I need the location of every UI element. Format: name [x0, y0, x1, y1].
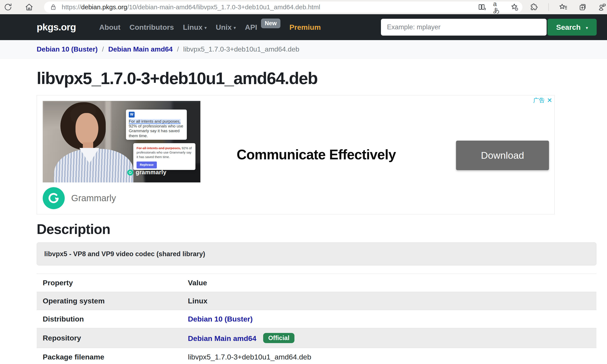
property-value: libvpx5_1.7.0-3+deb10u1_amd64.deb	[182, 348, 596, 364]
download-button[interactable]: Download	[456, 141, 549, 170]
profile-feedback-icon[interactable]	[597, 2, 607, 12]
grammarly-logo-icon	[127, 169, 133, 176]
breadcrumb: Debian 10 (Buster) / Debian Main amd64 /…	[0, 40, 607, 59]
nav-about[interactable]: About	[99, 23, 120, 31]
column-header-value: Value	[182, 274, 596, 292]
column-header-property: Property	[37, 274, 182, 292]
property-value: Linux	[182, 292, 596, 310]
table-header-row: Property Value	[37, 274, 596, 292]
table-row: Operating system Linux	[37, 292, 596, 310]
property-label: Operating system	[37, 292, 182, 310]
nav-linux-dropdown[interactable]: Linux▾	[183, 23, 207, 31]
home-icon[interactable]	[24, 2, 34, 12]
ad-advertiser[interactable]: Grammarly	[43, 187, 116, 209]
read-aloud-icon[interactable]	[477, 2, 487, 12]
url-scheme: https://	[62, 3, 81, 11]
description-box: libvpx5 - VP8 and VP9 video codec (share…	[37, 242, 596, 265]
ad-doc-card: W For all intents and purposes, 92% of p…	[126, 110, 187, 140]
close-icon[interactable]: ✕	[547, 97, 552, 104]
nav-unix-dropdown[interactable]: Unix▾	[216, 23, 236, 31]
search-button[interactable]: Search▾	[547, 19, 597, 36]
search-input[interactable]	[381, 19, 547, 36]
rephrase-button: Rephrase	[137, 161, 157, 169]
site-navbar: pkgs.org About Contributors Linux▾ Unix▾…	[0, 14, 607, 40]
nav-premium[interactable]: Premium	[290, 23, 321, 31]
nav-contributors[interactable]: Contributors	[130, 23, 174, 31]
breadcrumb-distribution[interactable]: Debian 10 (Buster)	[37, 45, 98, 53]
distribution-link[interactable]: Debian 10 (Buster)	[188, 315, 253, 323]
chevron-down-icon: ▾	[234, 24, 236, 30]
ad-strike-text: For all intents and purposes,	[137, 146, 181, 150]
ad-headline: Communicate Effectively	[221, 147, 411, 163]
ad-suggestion-card: For all intents and purposes, 92% of pro…	[133, 143, 196, 170]
reload-icon[interactable]	[3, 2, 13, 12]
properties-table: Property Value Operating system Linux Di…	[37, 274, 596, 364]
grammarly-logo-icon	[43, 187, 65, 209]
description-heading: Description	[37, 221, 596, 237]
chevron-down-icon: ▾	[204, 24, 207, 30]
breadcrumb-repository[interactable]: Debian Main amd64	[108, 45, 173, 53]
search-box: Search▾	[381, 19, 597, 36]
page-title: libvpx5_1.7.0-3+deb10u1_amd64.deb	[37, 69, 596, 88]
collections-icon[interactable]	[578, 2, 588, 12]
property-label: Distribution	[37, 310, 182, 328]
table-row: Package filename libvpx5_1.7.0-3+deb10u1…	[37, 348, 596, 364]
ad-photo[interactable]: W For all intents and purposes, 92% of p…	[43, 101, 200, 182]
table-row: Distribution Debian 10 (Buster)	[37, 310, 596, 328]
extensions-icon[interactable]	[529, 2, 539, 12]
table-row: Repository Debian Main amd64Official	[37, 328, 596, 348]
translate-icon[interactable]: aあ	[493, 2, 503, 12]
toolbar-divider	[548, 3, 549, 11]
property-label: Package filename	[37, 348, 182, 364]
grammarly-wordmark: grammarly	[127, 169, 167, 176]
repository-link[interactable]: Debian Main amd64	[188, 334, 256, 342]
favorites-bar-icon[interactable]	[558, 2, 568, 12]
breadcrumb-separator: /	[177, 45, 179, 53]
lock-icon	[48, 2, 58, 12]
url-text: https://debian.pkgs.org/10/debian-main-a…	[62, 3, 477, 11]
property-label: Repository	[37, 328, 182, 348]
official-badge: Official	[263, 333, 294, 343]
ad-highlight-text: For all intents and purposes,	[129, 119, 181, 124]
breadcrumb-separator: /	[102, 45, 104, 53]
favorite-add-icon[interactable]	[510, 2, 519, 12]
ad-banner[interactable]: 广告 ✕ W For all intents and purposes, 92%…	[37, 95, 554, 214]
new-badge: New	[261, 19, 280, 28]
url-path: /10/debian-main-amd64/libvpx5_1.7.0-3+de…	[127, 3, 320, 11]
site-logo[interactable]: pkgs.org	[37, 22, 76, 33]
chevron-down-icon: ▾	[586, 24, 588, 30]
ad-label[interactable]: 广告	[533, 96, 545, 104]
nav-api[interactable]: API	[245, 23, 257, 31]
description-text: libvpx5 - VP8 and VP9 video codec (share…	[44, 250, 205, 258]
address-bar[interactable]: https://debian.pkgs.org/10/debian-main-a…	[44, 1, 522, 13]
advertiser-name: Grammarly	[71, 193, 116, 203]
word-icon: W	[129, 112, 135, 117]
breadcrumb-current: libvpx5_1.7.0-3+deb10u1_amd64.deb	[183, 45, 299, 53]
browser-toolbar: https://debian.pkgs.org/10/debian-main-a…	[0, 0, 607, 14]
url-domain: debian.pkgs.org	[81, 3, 127, 11]
